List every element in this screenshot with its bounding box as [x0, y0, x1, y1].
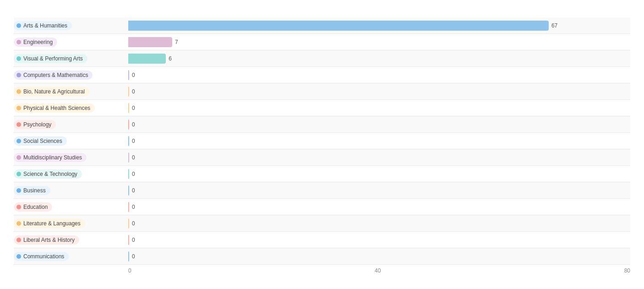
chart-container: Arts & Humanities67Engineering7Visual & …: [14, 9, 630, 274]
label-container: Computers & Mathematics: [14, 71, 128, 80]
bar-value-label: 6: [169, 55, 172, 62]
category-label: Computers & Mathematics: [23, 72, 88, 78]
category-dot: [16, 139, 21, 143]
category-label: Engineering: [23, 39, 53, 45]
x-axis-tick: 0: [128, 267, 131, 274]
bar-value-label: 67: [551, 22, 557, 29]
bar-value-label: 0: [132, 72, 135, 78]
bar-value-label: 0: [132, 88, 135, 95]
bar: [128, 120, 129, 130]
bar-row: Engineering7: [14, 34, 630, 50]
category-dot: [16, 23, 21, 28]
category-label: Physical & Health Sciences: [23, 105, 90, 111]
category-label: Visual & Performing Arts: [23, 55, 83, 62]
category-label: Liberal Arts & History: [23, 237, 75, 243]
bar-row: Psychology0: [14, 116, 630, 133]
bar-value-label: 0: [132, 220, 135, 227]
label-container: Engineering: [14, 38, 128, 47]
bar-row: Multidisciplinary Studies0: [14, 149, 630, 166]
bar: [128, 235, 129, 245]
bar-section: 0: [128, 199, 630, 215]
bar-value-label: 0: [132, 204, 135, 210]
bar-section: 0: [128, 182, 630, 198]
category-dot: [16, 172, 21, 176]
bar-section: 0: [128, 67, 630, 83]
bar-section: 6: [128, 50, 630, 66]
bar-section: 7: [128, 34, 630, 50]
bar: [128, 54, 166, 64]
bar-section: 0: [128, 166, 630, 182]
bar-value-label: 0: [132, 187, 135, 194]
x-axis-labels: 04080: [128, 267, 630, 274]
bar: [128, 169, 129, 179]
bar-value-label: 7: [175, 39, 178, 45]
bar-row: Physical & Health Sciences0: [14, 100, 630, 116]
label-container: Liberal Arts & History: [14, 235, 128, 245]
bar-section: 0: [128, 116, 630, 132]
category-label: Science & Technology: [23, 171, 77, 177]
bar-section: 0: [128, 232, 630, 248]
category-label: Education: [23, 204, 48, 210]
category-dot: [16, 254, 21, 259]
bar: [128, 70, 129, 80]
category-label: Literature & Languages: [23, 220, 81, 227]
bar-row: Business0: [14, 182, 630, 199]
chart-area: Arts & Humanities67Engineering7Visual & …: [14, 17, 630, 265]
bar-section: 0: [128, 149, 630, 165]
label-container: Arts & Humanities: [14, 21, 128, 30]
label-container: Social Sciences: [14, 136, 128, 146]
bar: [128, 202, 129, 212]
label-container: Education: [14, 202, 128, 212]
label-container: Science & Technology: [14, 169, 128, 179]
x-axis-tick: 40: [375, 267, 381, 274]
bar-value-label: 0: [132, 171, 135, 177]
bar: [128, 103, 129, 113]
x-axis: 04080: [14, 267, 630, 274]
label-container: Bio, Nature & Agricultural: [14, 87, 128, 96]
bar: [128, 218, 129, 229]
category-dot: [16, 205, 21, 209]
label-container: Visual & Performing Arts: [14, 54, 128, 63]
label-container: Business: [14, 186, 128, 195]
bar-value-label: 0: [132, 105, 135, 111]
category-dot: [16, 122, 21, 127]
bar-row: Social Sciences0: [14, 133, 630, 149]
bar: [128, 251, 129, 262]
bar-row: Literature & Languages0: [14, 215, 630, 232]
bar-section: 0: [128, 133, 630, 149]
bar-section: 0: [128, 83, 630, 99]
category-dot: [16, 56, 21, 61]
bar: [128, 87, 129, 97]
category-dot: [16, 106, 21, 110]
bar-row: Arts & Humanities67: [14, 17, 630, 34]
bar-row: Science & Technology0: [14, 166, 630, 182]
bar-row: Liberal Arts & History0: [14, 232, 630, 248]
bar: [128, 21, 549, 31]
category-dot: [16, 221, 21, 226]
label-container: Physical & Health Sciences: [14, 104, 128, 113]
bar: [128, 185, 129, 196]
bar: [128, 136, 129, 146]
bar-value-label: 0: [132, 138, 135, 144]
bar-row: Bio, Nature & Agricultural0: [14, 83, 630, 100]
label-container: Multidisciplinary Studies: [14, 153, 128, 162]
x-axis-tick: 80: [624, 267, 630, 274]
label-container: Literature & Languages: [14, 219, 128, 228]
label-container: Communications: [14, 252, 128, 261]
category-label: Social Sciences: [23, 138, 62, 144]
bar-value-label: 0: [132, 154, 135, 161]
bar: [128, 153, 129, 163]
category-dot: [16, 188, 21, 193]
bar-section: 0: [128, 100, 630, 116]
category-label: Psychology: [23, 121, 51, 128]
category-label: Bio, Nature & Agricultural: [23, 88, 85, 95]
category-label: Multidisciplinary Studies: [23, 154, 82, 161]
bar-section: 0: [128, 215, 630, 231]
bar: [128, 37, 172, 47]
bar-row: Education0: [14, 199, 630, 215]
category-dot: [16, 155, 21, 160]
category-label: Business: [23, 187, 46, 194]
category-dot: [16, 40, 21, 44]
bar-row: Communications0: [14, 248, 630, 265]
bar-section: 67: [128, 17, 630, 33]
